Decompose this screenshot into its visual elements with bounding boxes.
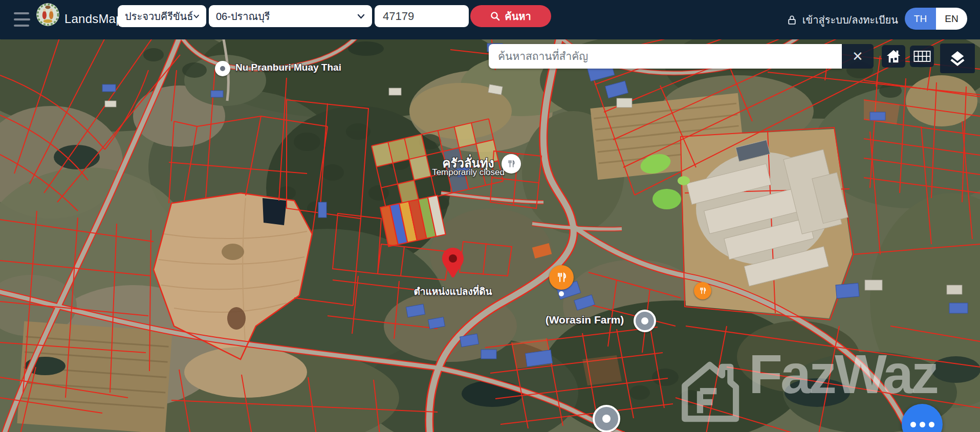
province-select[interactable]: ประจวบคีรีขันธ์ [118,5,206,27]
login-register-link[interactable]: เข้าสู่ระบบ/ลงทะเบียน [787,0,898,39]
dot-icon [929,422,934,427]
dot-icon [910,422,916,427]
poi-dot-icon [220,66,225,71]
close-search-button[interactable]: ✕ [842,44,874,69]
seal-icon [36,3,59,26]
poi-farm-label: (Worasin Farm) [535,314,635,326]
poi-food-orange-small[interactable] [694,282,711,299]
restaurant-icon [506,158,517,169]
home-icon [886,49,901,63]
lang-th-button[interactable]: TH [905,8,936,30]
home-extent-button[interactable] [882,45,905,68]
lang-en-button[interactable]: EN [936,8,967,30]
poi-dot-icon [602,415,611,423]
search-button[interactable]: ค้นหา [470,5,551,27]
layers-button[interactable] [940,44,975,73]
lock-icon [787,14,797,26]
parcel-number-input[interactable] [375,5,469,27]
restaurant-icon [555,271,568,284]
dot-icon [920,422,925,427]
poi-muay-thai[interactable] [215,61,230,76]
poi-restaurant[interactable] [502,154,521,174]
poi-bottom[interactable] [593,405,620,432]
search-icon [490,11,500,21]
province-select-value: ประจวบคีรีขันธ์ [125,8,193,25]
close-icon: ✕ [852,49,863,64]
place-search-input[interactable] [489,44,842,69]
hamburger-menu-icon[interactable] [14,12,31,27]
top-navbar: LandsMaps ประจวบคีรีขันธ์ 06-ปราณบุรี ค้… [0,0,980,39]
restaurant-icon [698,286,707,295]
parcel-location-marker[interactable] [441,247,465,280]
parcel-marker-label: ตำแหน่งแปลงที่ดิน [402,284,504,299]
chevron-down-icon [357,14,365,19]
layers-icon [947,48,968,69]
search-button-label: ค้นหา [505,8,531,25]
poi-dot-icon [641,317,648,325]
satellite-imagery [0,39,980,432]
grid-view-button[interactable] [910,46,934,67]
district-select-value: 06-ปราณบุรี [216,8,270,25]
grid-icon [913,50,931,62]
poi-anchor-dot [559,291,564,296]
department-of-lands-logo [36,3,59,26]
poi-muay-thai-label: Nu Pranburi Muay Thai [235,62,341,73]
poi-worasin-farm[interactable] [634,310,656,332]
map-canvas[interactable]: Nu Pranburi Muay Thai ครัวลั่นทุ่ง Tempo… [0,39,980,432]
language-toggle: TH EN [905,8,967,30]
poi-food-orange[interactable] [549,265,574,290]
login-register-label: เข้าสู่ระบบ/ลงทะเบียน [802,12,898,28]
chevron-down-icon [193,14,200,19]
district-select[interactable]: 06-ปราณบุรี [209,5,372,27]
